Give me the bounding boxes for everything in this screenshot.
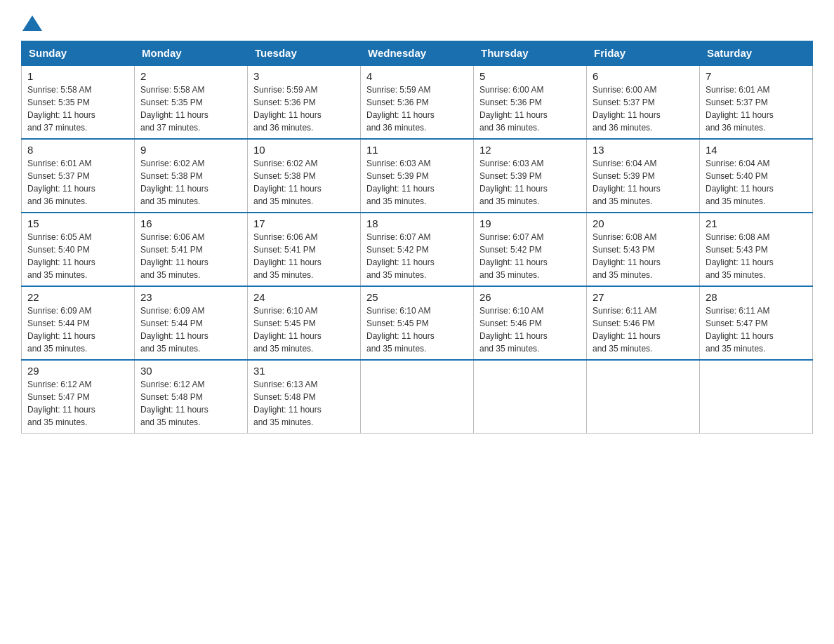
calendar-cell: 10 Sunrise: 6:02 AMSunset: 5:38 PMDaylig…: [248, 139, 361, 213]
calendar-cell: 19 Sunrise: 6:07 AMSunset: 5:42 PMDaylig…: [474, 213, 587, 286]
weekday-header-saturday: Saturday: [700, 41, 813, 66]
day-info: Sunrise: 6:06 AMSunset: 5:41 PMDaylight:…: [253, 231, 355, 281]
day-info: Sunrise: 5:59 AMSunset: 5:36 PMDaylight:…: [366, 83, 468, 134]
day-info: Sunrise: 5:58 AMSunset: 5:35 PMDaylight:…: [27, 83, 128, 134]
calendar-table: SundayMondayTuesdayWednesdayThursdayFrid…: [21, 41, 813, 434]
day-info: Sunrise: 6:02 AMSunset: 5:38 PMDaylight:…: [253, 157, 355, 208]
day-info: Sunrise: 5:59 AMSunset: 5:36 PMDaylight:…: [253, 83, 355, 134]
week-row-3: 15 Sunrise: 6:05 AMSunset: 5:40 PMDaylig…: [22, 213, 813, 286]
calendar-cell: 6 Sunrise: 6:00 AMSunset: 5:37 PMDayligh…: [587, 65, 700, 139]
day-info: Sunrise: 6:07 AMSunset: 5:42 PMDaylight:…: [479, 231, 581, 281]
calendar-cell: 13 Sunrise: 6:04 AMSunset: 5:39 PMDaylig…: [587, 139, 700, 213]
day-info: Sunrise: 6:04 AMSunset: 5:40 PMDaylight:…: [706, 157, 807, 208]
day-info: Sunrise: 6:03 AMSunset: 5:39 PMDaylight:…: [366, 157, 468, 208]
weekday-header-thursday: Thursday: [474, 41, 587, 66]
calendar-cell: [700, 360, 813, 434]
day-number: 26: [479, 291, 581, 303]
day-info: Sunrise: 6:10 AMSunset: 5:46 PMDaylight:…: [479, 304, 581, 355]
weekday-header-wednesday: Wednesday: [361, 41, 474, 66]
day-number: 10: [253, 144, 355, 156]
day-info: Sunrise: 6:09 AMSunset: 5:44 PMDaylight:…: [140, 304, 241, 355]
day-info: Sunrise: 6:10 AMSunset: 5:45 PMDaylight:…: [253, 304, 355, 355]
day-info: Sunrise: 5:58 AMSunset: 5:35 PMDaylight:…: [140, 83, 241, 134]
calendar-cell: 23 Sunrise: 6:09 AMSunset: 5:44 PMDaylig…: [135, 286, 248, 360]
week-row-5: 29 Sunrise: 6:12 AMSunset: 5:47 PMDaylig…: [22, 360, 813, 434]
day-number: 3: [253, 70, 355, 82]
day-info: Sunrise: 6:09 AMSunset: 5:44 PMDaylight:…: [27, 304, 128, 355]
day-info: Sunrise: 6:04 AMSunset: 5:39 PMDaylight:…: [593, 157, 694, 208]
page-header: [21, 14, 813, 29]
day-info: Sunrise: 6:11 AMSunset: 5:46 PMDaylight:…: [593, 304, 694, 355]
logo: [21, 14, 44, 29]
day-info: Sunrise: 6:03 AMSunset: 5:39 PMDaylight:…: [479, 157, 581, 208]
weekday-header-sunday: Sunday: [22, 41, 135, 66]
day-number: 8: [27, 144, 128, 156]
day-number: 2: [140, 70, 241, 82]
day-info: Sunrise: 6:05 AMSunset: 5:40 PMDaylight:…: [27, 231, 128, 281]
day-info: Sunrise: 6:01 AMSunset: 5:37 PMDaylight:…: [27, 157, 128, 208]
day-number: 27: [593, 291, 694, 303]
calendar-cell: 11 Sunrise: 6:03 AMSunset: 5:39 PMDaylig…: [361, 139, 474, 213]
day-number: 13: [593, 144, 694, 156]
calendar-cell: 17 Sunrise: 6:06 AMSunset: 5:41 PMDaylig…: [248, 213, 361, 286]
day-number: 25: [366, 291, 468, 303]
day-number: 1: [27, 70, 128, 82]
day-info: Sunrise: 6:01 AMSunset: 5:37 PMDaylight:…: [706, 83, 807, 134]
day-number: 30: [140, 365, 241, 377]
calendar-cell: 30 Sunrise: 6:12 AMSunset: 5:48 PMDaylig…: [135, 360, 248, 434]
calendar-cell: 4 Sunrise: 5:59 AMSunset: 5:36 PMDayligh…: [361, 65, 474, 139]
calendar-cell: 3 Sunrise: 5:59 AMSunset: 5:36 PMDayligh…: [248, 65, 361, 139]
day-number: 20: [593, 217, 694, 229]
day-number: 14: [706, 144, 807, 156]
calendar-cell: 26 Sunrise: 6:10 AMSunset: 5:46 PMDaylig…: [474, 286, 587, 360]
weekday-header-tuesday: Tuesday: [248, 41, 361, 66]
day-info: Sunrise: 6:11 AMSunset: 5:47 PMDaylight:…: [706, 304, 807, 355]
day-number: 12: [479, 144, 581, 156]
day-info: Sunrise: 6:10 AMSunset: 5:45 PMDaylight:…: [366, 304, 468, 355]
week-row-1: 1 Sunrise: 5:58 AMSunset: 5:35 PMDayligh…: [22, 65, 813, 139]
day-info: Sunrise: 6:12 AMSunset: 5:47 PMDaylight:…: [27, 378, 128, 429]
calendar-cell: 16 Sunrise: 6:06 AMSunset: 5:41 PMDaylig…: [135, 213, 248, 286]
day-number: 15: [27, 217, 128, 229]
day-number: 28: [706, 291, 807, 303]
day-number: 11: [366, 144, 468, 156]
calendar-cell: 21 Sunrise: 6:08 AMSunset: 5:43 PMDaylig…: [700, 213, 813, 286]
day-number: 6: [593, 70, 694, 82]
day-number: 19: [479, 217, 581, 229]
calendar-cell: 15 Sunrise: 6:05 AMSunset: 5:40 PMDaylig…: [22, 213, 135, 286]
day-number: 7: [706, 70, 807, 82]
day-number: 4: [366, 70, 468, 82]
calendar-cell: [587, 360, 700, 434]
day-number: 31: [253, 365, 355, 377]
calendar-cell: 29 Sunrise: 6:12 AMSunset: 5:47 PMDaylig…: [22, 360, 135, 434]
calendar-cell: 9 Sunrise: 6:02 AMSunset: 5:38 PMDayligh…: [135, 139, 248, 213]
day-info: Sunrise: 6:08 AMSunset: 5:43 PMDaylight:…: [706, 231, 807, 281]
calendar-cell: 1 Sunrise: 5:58 AMSunset: 5:35 PMDayligh…: [22, 65, 135, 139]
day-number: 5: [479, 70, 581, 82]
calendar-cell: 25 Sunrise: 6:10 AMSunset: 5:45 PMDaylig…: [361, 286, 474, 360]
weekday-header-row: SundayMondayTuesdayWednesdayThursdayFrid…: [22, 41, 813, 66]
calendar-cell: 24 Sunrise: 6:10 AMSunset: 5:45 PMDaylig…: [248, 286, 361, 360]
week-row-4: 22 Sunrise: 6:09 AMSunset: 5:44 PMDaylig…: [22, 286, 813, 360]
calendar-cell: [474, 360, 587, 434]
calendar-cell: [361, 360, 474, 434]
calendar-cell: 18 Sunrise: 6:07 AMSunset: 5:42 PMDaylig…: [361, 213, 474, 286]
day-number: 21: [706, 217, 807, 229]
day-info: Sunrise: 6:00 AMSunset: 5:37 PMDaylight:…: [593, 83, 694, 134]
day-info: Sunrise: 6:12 AMSunset: 5:48 PMDaylight:…: [140, 378, 241, 429]
calendar-cell: 14 Sunrise: 6:04 AMSunset: 5:40 PMDaylig…: [700, 139, 813, 213]
day-number: 29: [27, 365, 128, 377]
logo-triangle-icon: [22, 15, 42, 31]
day-info: Sunrise: 6:02 AMSunset: 5:38 PMDaylight:…: [140, 157, 241, 208]
calendar-cell: 27 Sunrise: 6:11 AMSunset: 5:46 PMDaylig…: [587, 286, 700, 360]
calendar-cell: 2 Sunrise: 5:58 AMSunset: 5:35 PMDayligh…: [135, 65, 248, 139]
day-info: Sunrise: 6:08 AMSunset: 5:43 PMDaylight:…: [593, 231, 694, 281]
calendar-cell: 22 Sunrise: 6:09 AMSunset: 5:44 PMDaylig…: [22, 286, 135, 360]
calendar-cell: 20 Sunrise: 6:08 AMSunset: 5:43 PMDaylig…: [587, 213, 700, 286]
day-info: Sunrise: 6:00 AMSunset: 5:36 PMDaylight:…: [479, 83, 581, 134]
calendar-cell: 12 Sunrise: 6:03 AMSunset: 5:39 PMDaylig…: [474, 139, 587, 213]
day-number: 18: [366, 217, 468, 229]
calendar-cell: 31 Sunrise: 6:13 AMSunset: 5:48 PMDaylig…: [248, 360, 361, 434]
calendar-cell: 28 Sunrise: 6:11 AMSunset: 5:47 PMDaylig…: [700, 286, 813, 360]
day-number: 9: [140, 144, 241, 156]
